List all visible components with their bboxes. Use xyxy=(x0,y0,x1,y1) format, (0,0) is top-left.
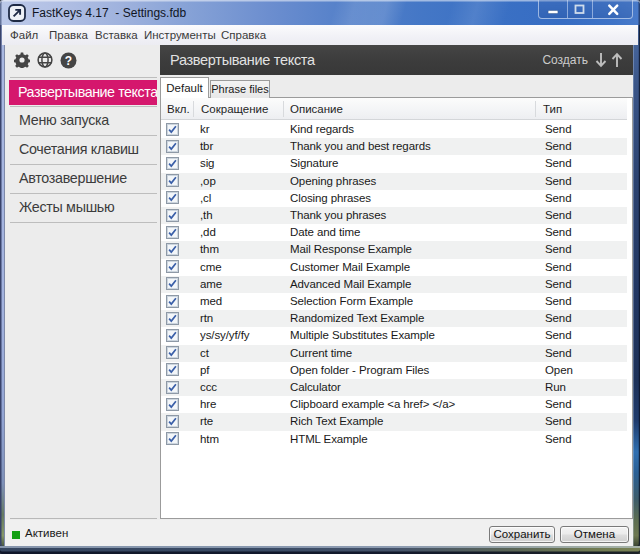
svg-text:?: ? xyxy=(65,54,72,68)
